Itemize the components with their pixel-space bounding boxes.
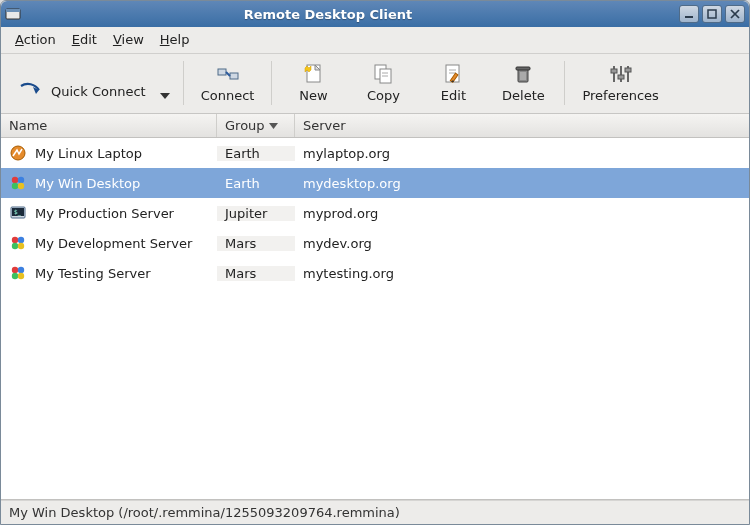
column-headers: Name Group Server	[1, 114, 749, 138]
cell-server: mylaptop.org	[295, 146, 749, 161]
toolbar-separator	[564, 61, 565, 105]
toolbar-separator	[271, 61, 272, 105]
connection-name: My Win Desktop	[35, 176, 140, 191]
column-header-group[interactable]: Group	[217, 114, 295, 137]
svg-point-46	[18, 243, 24, 249]
edit-button[interactable]: Edit	[421, 60, 485, 105]
cell-server: mydev.org	[295, 236, 749, 251]
connect-icon	[214, 62, 242, 86]
quick-connect-dropdown[interactable]	[156, 93, 174, 105]
cell-name: My Linux Laptop	[1, 144, 217, 162]
preferences-button[interactable]: Preferences	[574, 60, 666, 105]
connect-label: Connect	[201, 88, 255, 103]
svg-rect-31	[618, 75, 624, 79]
menu-view[interactable]: View	[107, 30, 150, 49]
connection-group: Mars	[225, 266, 256, 281]
toolbar: Quick Connect Connect	[1, 54, 749, 114]
svg-rect-9	[230, 73, 238, 79]
svg-rect-1	[6, 9, 20, 12]
statusbar: My Win Desktop (/root/.remmina/125509320…	[1, 500, 749, 524]
app-icon	[5, 6, 21, 22]
menubar: Action Edit View Help	[1, 27, 749, 54]
svg-marker-7	[160, 93, 170, 99]
edit-label: Edit	[441, 88, 466, 103]
preferences-icon	[607, 62, 635, 86]
close-button[interactable]	[725, 5, 745, 23]
quick-connect-label: Quick Connect	[51, 84, 146, 99]
cell-name: $_My Production Server	[1, 204, 217, 222]
delete-icon	[509, 62, 537, 86]
window-title: Remote Desktop Client	[27, 7, 679, 22]
connect-button[interactable]: Connect	[193, 60, 263, 105]
svg-line-10	[226, 72, 230, 76]
cell-group: Jupiter	[217, 206, 295, 221]
quick-connect-button[interactable]: Quick Connect	[9, 77, 150, 105]
svg-rect-24	[516, 67, 530, 70]
svg-rect-33	[625, 68, 631, 72]
connection-group: Earth	[225, 176, 260, 191]
new-icon	[299, 62, 327, 86]
window-controls	[679, 5, 745, 23]
menu-action[interactable]: Action	[9, 30, 62, 49]
new-label: New	[299, 88, 327, 103]
svg-point-36	[12, 177, 18, 183]
cell-name: My Testing Server	[1, 264, 217, 282]
svg-point-37	[18, 177, 24, 183]
connection-type-icon	[9, 174, 27, 192]
cell-group: Earth	[217, 146, 295, 161]
edit-icon	[439, 62, 467, 86]
delete-label: Delete	[502, 88, 545, 103]
connection-type-icon	[9, 234, 27, 252]
svg-point-49	[12, 273, 18, 279]
connection-server: mydesktop.org	[303, 176, 401, 191]
connection-name: My Development Server	[35, 236, 192, 251]
cell-group: Mars	[217, 266, 295, 281]
column-header-name[interactable]: Name	[1, 114, 217, 137]
svg-marker-13	[305, 66, 311, 72]
svg-rect-3	[708, 10, 716, 18]
connection-type-icon	[9, 144, 27, 162]
connection-server: mylaptop.org	[303, 146, 390, 161]
delete-button[interactable]: Delete	[491, 60, 555, 105]
connection-list[interactable]: My Linux LaptopEarthmylaptop.orgMy Win D…	[1, 138, 749, 500]
maximize-button[interactable]	[702, 5, 722, 23]
connection-name: My Testing Server	[35, 266, 151, 281]
menu-edit[interactable]: Edit	[66, 30, 103, 49]
svg-rect-8	[218, 69, 226, 75]
svg-point-38	[12, 183, 18, 189]
table-row[interactable]: My Win DesktopEarthmydesktop.org	[1, 168, 749, 198]
copy-icon	[369, 62, 397, 86]
connection-name: My Production Server	[35, 206, 174, 221]
quick-connect-icon	[17, 79, 45, 103]
svg-point-44	[18, 237, 24, 243]
connection-group: Mars	[225, 236, 256, 251]
new-button[interactable]: New	[281, 60, 345, 105]
cell-server: mytesting.org	[295, 266, 749, 281]
svg-marker-34	[269, 123, 278, 129]
app-window: Remote Desktop Client Action Edit View H…	[0, 0, 750, 525]
table-row[interactable]: My Linux LaptopEarthmylaptop.org	[1, 138, 749, 168]
cell-server: mydesktop.org	[295, 176, 749, 191]
cell-name: My Win Desktop	[1, 174, 217, 192]
table-row[interactable]: $_My Production ServerJupitermyprod.org	[1, 198, 749, 228]
sort-indicator-icon	[269, 123, 278, 129]
column-header-server[interactable]: Server	[295, 114, 749, 137]
connection-group: Jupiter	[225, 206, 267, 221]
svg-point-48	[18, 267, 24, 273]
connection-type-icon: $_	[9, 204, 27, 222]
svg-rect-29	[611, 69, 617, 73]
titlebar[interactable]: Remote Desktop Client	[1, 1, 749, 27]
minimize-button[interactable]	[679, 5, 699, 23]
connection-server: myprod.org	[303, 206, 378, 221]
svg-point-47	[12, 267, 18, 273]
cell-group: Earth	[217, 176, 295, 191]
menu-help[interactable]: Help	[154, 30, 196, 49]
preferences-label: Preferences	[582, 88, 658, 103]
connection-server: mytesting.org	[303, 266, 394, 281]
toolbar-separator	[183, 61, 184, 105]
table-row[interactable]: My Development ServerMarsmydev.org	[1, 228, 749, 258]
copy-button[interactable]: Copy	[351, 60, 415, 105]
connection-name: My Linux Laptop	[35, 146, 142, 161]
table-row[interactable]: My Testing ServerMarsmytesting.org	[1, 258, 749, 288]
statusbar-text: My Win Desktop (/root/.remmina/125509320…	[9, 505, 400, 520]
